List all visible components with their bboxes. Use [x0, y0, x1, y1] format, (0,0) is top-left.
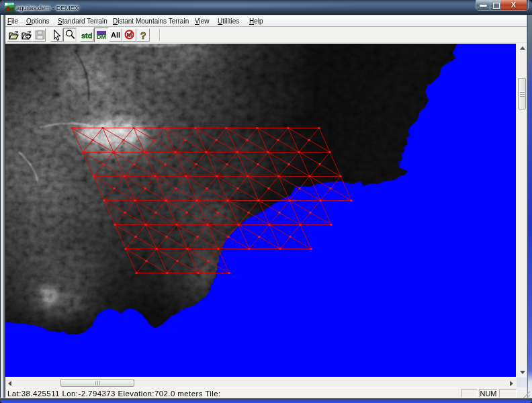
svg-text:All: All	[111, 31, 120, 39]
svg-text:?: ?	[140, 30, 146, 41]
svg-text:DM: DM	[97, 34, 106, 40]
svg-text:std: std	[81, 32, 93, 40]
